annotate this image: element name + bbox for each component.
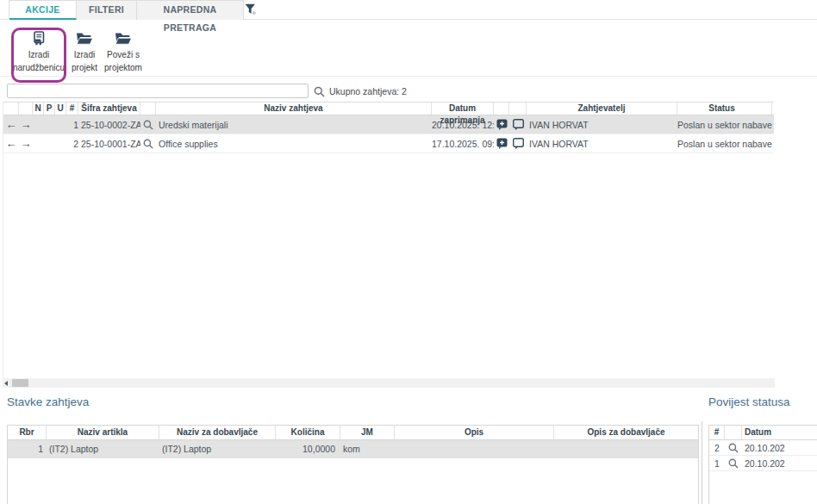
cell-article: (IT2) Laptop [47,440,159,458]
arrow-left-icon[interactable]: ← [3,134,19,152]
header-n[interactable]: N [33,103,44,115]
header-status[interactable]: Status [677,103,772,115]
search-icon[interactable] [314,85,325,101]
header-datum-zaprimanja[interactable]: Datum zaprimanja [432,103,494,115]
button-label-line1: Poveži s [98,50,148,60]
cell-requester: IVAN HORVAT [527,134,677,152]
tab-napredna-pretraga[interactable]: NAPREDNA PRETRAGA [137,1,244,20]
toolbar: Izradi narudžbenicu Izradi projekt Povež… [0,27,817,77]
cell-p [44,115,55,134]
cell-unit: kom [340,440,395,458]
scrollbar-thumb[interactable] [12,379,28,387]
header-naziv-za-dobavljace[interactable]: Naziv za dobavljače [159,426,276,439]
open-folder-icon [98,30,148,47]
button-label-line1: Izradi [12,50,65,60]
cell-num: 2 [66,134,78,152]
cell-n [33,134,44,152]
cell-rbr: 1 [8,440,47,458]
header-jm[interactable]: JM [340,426,395,439]
arrow-right-icon[interactable]: → [19,115,33,134]
header-num[interactable]: # [66,103,78,115]
izradi-narudzbenicu-button[interactable]: Izradi narudžbenicu [12,30,65,72]
header-zahtjevatelj[interactable]: Zahtjevatelj [527,103,677,115]
header-opis-za-dobavljace[interactable]: Opis za dobavljače [554,426,698,439]
funnel-filter-icon[interactable] [245,3,257,19]
arrow-left-icon[interactable]: ← [3,115,19,134]
search-input[interactable] [7,84,309,98]
request-row-1[interactable]: ← → 1 25-10-0002-ZAHT Uredski materijali… [3,115,774,134]
add-note-icon[interactable] [494,115,509,134]
cell-num: 1 [709,456,725,470]
item-row-1[interactable]: 1 (IT2) Laptop (IT2) Laptop 10,0000 kom [8,440,698,458]
header-num[interactable]: # [709,426,725,439]
magnifier-icon[interactable] [140,115,156,134]
cell-code: 25-10-0001-ZAHT [78,134,140,152]
cell-status: Poslan u sektor nabave (20.10. [677,115,772,134]
request-row-2[interactable]: ← → 2 25-10-0001-ZAHT Office supplies 17… [3,134,774,153]
button-label-line1: Izradi [66,50,103,60]
header-lookup [725,426,742,439]
header-sifra-zahtjeva[interactable]: Šifra zahtjeva [78,103,140,115]
requests-table: N P U # Šifra zahtjeva Naziv zahtjeva Da… [3,102,774,378]
comment-bubble-icon[interactable] [509,115,527,134]
cell-description-supplier [554,440,698,458]
magnifier-icon[interactable] [140,134,156,152]
header-naziv-zahtjeva[interactable]: Naziv zahtjeva [156,103,432,115]
header-u[interactable]: U [55,103,66,115]
cell-u [55,134,66,152]
cell-quantity: 10,0000 [276,440,340,458]
history-row-1[interactable]: 2 20.10.202 [709,440,817,456]
order-document-cart-icon [12,30,65,47]
cell-num: 2 [709,440,725,455]
header-icon1 [494,103,509,115]
history-table: # Datum 2 20.10.202 1 20.10.202 [708,425,817,504]
section-divider [702,421,702,504]
button-label-line2: projekt [66,63,103,73]
history-section-title: Povijest statusa [708,395,790,408]
arrow-right-icon[interactable]: → [19,134,33,152]
cell-p [44,134,55,152]
magnifier-icon[interactable] [725,440,742,455]
cell-code: 25-10-0002-ZAHT [78,115,140,134]
header-rbr[interactable]: Rbr [8,426,47,439]
header-opis[interactable]: Opis [395,426,554,439]
cell-status: Poslan u sektor nabave (17.10. [677,134,772,152]
izradi-projekt-button[interactable]: Izradi projekt [66,30,103,72]
header-arrow-right [19,103,33,115]
tab-filteri[interactable]: FILTERI [77,1,137,20]
comment-bubble-icon[interactable] [509,134,527,152]
cell-n [33,115,44,134]
cell-num: 1 [66,115,78,134]
button-label-line2: narudžbenicu [12,63,65,73]
button-label-line2: projektom [98,63,148,73]
add-note-icon[interactable] [494,134,509,152]
cell-name: Uredski materijali [156,115,432,134]
tab-akcije[interactable]: AKCIJE [9,1,77,20]
cell-date: 17.10.2025. 09:22 [432,134,494,152]
items-table-header: Rbr Naziv artikla Naziv za dobavljače Ko… [8,426,698,440]
requests-table-header: N P U # Šifra zahtjeva Naziv zahtjeva Da… [3,102,774,115]
total-count-label: Ukupno zahtjeva: 2 [329,86,407,96]
scroll-left-arrow-icon[interactable] [4,381,8,386]
header-kolicina[interactable]: Količina [276,426,340,439]
header-naziv-artikla[interactable]: Naziv artikla [47,426,159,439]
horizontal-scrollbar[interactable] [3,378,775,388]
items-table: Rbr Naziv artikla Naziv za dobavljače Ko… [7,425,699,504]
search-row: Ukupno zahtjeva: 2 [0,83,817,100]
cell-u [55,115,66,134]
history-row-2[interactable]: 1 20.10.202 [709,456,817,471]
items-section-title: Stavke zahtjeva [7,395,89,408]
cell-article-supplier: (IT2) Laptop [159,440,276,458]
header-p[interactable]: P [44,103,55,115]
cell-description [395,440,554,458]
cell-date: 20.10.202 [742,456,817,470]
magnifier-icon[interactable] [725,456,742,470]
header-datum[interactable]: Datum [742,426,817,439]
header-arrow-left [3,103,19,115]
povezi-s-projektom-button[interactable]: Poveži s projektom [98,30,148,72]
header-icon2 [509,103,527,115]
tab-bar: AKCIJE FILTERI NAPREDNA PRETRAGA [0,0,817,20]
cell-date: 20.10.202 [742,440,817,455]
header-lookup [140,103,156,115]
app-window: AKCIJE FILTERI NAPREDNA PRETRAGA [0,0,817,504]
